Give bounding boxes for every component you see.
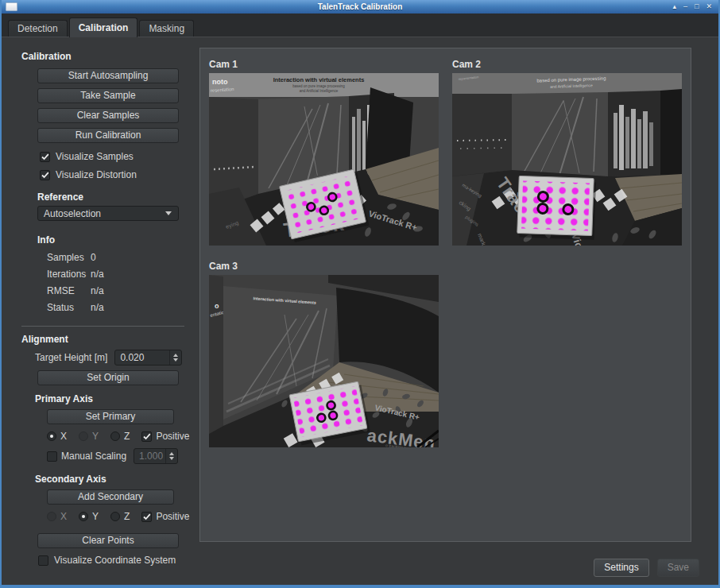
secondary-positive-checkbox[interactable] [141, 512, 152, 522]
titlebar[interactable]: TalenTrack Calibration ▴ – □ ✕ [2, 0, 718, 14]
manual-scaling-spinbox[interactable]: 1.000 [134, 448, 178, 464]
visualize-distortion-checkbox[interactable]: Visualize Distortion [40, 169, 199, 180]
manual-scaling-label: Manual Scaling [61, 451, 126, 462]
clear-samples-button[interactable]: Clear Samples [37, 108, 179, 123]
visualize-samples-label: Visualize Samples [56, 151, 134, 162]
primary-axis-options: X Y Z Positive [47, 431, 199, 442]
secondary-axis-heading: Secondary Axis [35, 474, 199, 485]
close-icon[interactable]: ✕ [706, 3, 712, 10]
tab-bar: Detection Calibration Masking [2, 14, 718, 37]
tab-detection[interactable]: Detection [8, 20, 68, 37]
manual-scaling-row: Manual Scaling 1.000 [47, 448, 199, 464]
secondary-x-radio[interactable] [47, 512, 56, 521]
primary-y-radio[interactable] [79, 431, 88, 441]
target-height-spinbox[interactable]: 0.020 [114, 350, 182, 366]
run-calibration-button[interactable]: Run Calibration [37, 128, 179, 143]
cam2-image[interactable]: based on pure image processing and Artif… [452, 73, 682, 246]
primary-x-label: X [60, 431, 67, 442]
spin-up-icon[interactable] [169, 452, 174, 455]
target-height-value: 0.020 [115, 350, 169, 365]
cam2-block: Cam 2 based on pure image processing and… [452, 59, 682, 246]
secondary-y-radio[interactable] [79, 512, 88, 521]
secondary-positive-label: Positive [156, 511, 189, 522]
clear-points-button[interactable]: Clear Points [37, 533, 179, 548]
visualize-cs-label: Visualize Coordinate System [54, 555, 176, 566]
maximize-icon[interactable]: □ [695, 3, 699, 10]
footer-bar: Settings Save [594, 559, 699, 577]
checkbox-checked-icon [40, 170, 50, 180]
minimize-icon[interactable]: – [683, 3, 687, 10]
info-heading: Info [37, 234, 199, 246]
info-row-iterations: Iterations n/a [47, 269, 199, 280]
primary-z-radio[interactable] [110, 431, 120, 441]
cam1-label: Cam 1 [209, 59, 439, 70]
reference-heading: Reference [37, 191, 199, 203]
section-divider [21, 326, 184, 327]
primary-positive-checkbox[interactable] [141, 431, 152, 442]
info-label: RMSE [47, 285, 91, 296]
checkbox-unchecked-icon [38, 555, 48, 566]
primary-y-label: Y [92, 431, 99, 442]
info-value: n/a [91, 302, 104, 313]
take-sample-button[interactable]: Take Sample [37, 88, 179, 103]
info-row-samples: Samples 0 [47, 252, 199, 263]
secondary-z-label: Z [124, 511, 130, 522]
manual-scaling-checkbox[interactable] [47, 451, 57, 462]
info-label: Samples [47, 252, 91, 263]
manual-scaling-value: 1.000 [134, 449, 165, 463]
tab-masking[interactable]: Masking [139, 20, 194, 37]
calibration-heading: Calibration [21, 51, 199, 62]
alignment-heading: Alignment [21, 334, 199, 345]
corner-text: o [215, 302, 219, 310]
secondary-x-label: X [60, 511, 67, 522]
primary-axis-heading: Primary Axis [35, 393, 199, 404]
secondary-z-radio[interactable] [110, 512, 120, 521]
primary-positive-label: Positive [156, 431, 189, 442]
set-origin-button[interactable]: Set Origin [37, 370, 179, 385]
add-secondary-button[interactable]: Add Secondary [47, 489, 174, 505]
tab-calibration[interactable]: Calibration [69, 17, 138, 37]
secondary-y-label: Y [92, 511, 99, 522]
info-label: Status [47, 302, 91, 313]
visualize-samples-checkbox[interactable]: Visualize Samples [40, 151, 199, 162]
target-height-label: Target Height [m] [35, 352, 107, 363]
calibration-target-board [517, 176, 597, 239]
screen-sub1-text: based on pure image processing [292, 84, 345, 88]
set-primary-button[interactable]: Set Primary [47, 409, 174, 424]
info-value: 0 [91, 252, 96, 263]
corner-text: noto [212, 78, 228, 86]
calibration-sidebar: Calibration Start Autosampling Take Samp… [2, 37, 199, 546]
spin-down-icon[interactable] [169, 457, 174, 460]
info-value: n/a [91, 285, 104, 296]
primary-x-radio[interactable] [47, 431, 56, 441]
visualize-distortion-label: Visualize Distortion [56, 169, 137, 180]
spin-up-icon[interactable] [173, 354, 178, 357]
checkbox-checked-icon [40, 152, 50, 162]
info-row-status: Status n/a [47, 302, 199, 313]
cam2-label: Cam 2 [452, 59, 682, 70]
chevron-down-icon [165, 211, 172, 215]
start-autosampling-button[interactable]: Start Autosampling [37, 68, 179, 83]
cam3-image[interactable]: o entation Interaction with virtual elem… [209, 275, 439, 447]
screen-title-text: Interaction with virtual elements [273, 76, 365, 83]
keep-above-icon[interactable]: ▴ [672, 3, 676, 10]
cam1-image[interactable]: Interaction with virtual elements based … [209, 73, 439, 246]
info-value: n/a [91, 269, 104, 280]
screen-sub2-text: and Artificial Intelligence [300, 89, 339, 93]
save-button[interactable]: Save [657, 559, 699, 577]
primary-z-label: Z [124, 431, 130, 442]
cam3-block: Cam 3 o entation Interaction with virtua… [209, 261, 439, 447]
spin-down-icon[interactable] [173, 358, 178, 362]
cam1-block: Cam 1 Interaction with virtual elements … [209, 59, 439, 246]
app-window: TalenTrack Calibration ▴ – □ ✕ Detection… [0, 0, 720, 588]
info-row-rmse: RMSE n/a [47, 285, 199, 296]
spinner-arrows[interactable] [169, 350, 181, 365]
reference-selected-value: Autoselection [38, 208, 165, 219]
window-title: TalenTrack Calibration [2, 2, 718, 11]
info-label: Iterations [47, 269, 91, 280]
spinner-arrows[interactable] [165, 449, 177, 463]
cam3-label: Cam 3 [209, 261, 439, 272]
visualize-cs-checkbox[interactable]: Visualize Coordinate System [38, 555, 199, 566]
reference-dropdown[interactable]: Autoselection [37, 206, 179, 221]
settings-button[interactable]: Settings [594, 559, 648, 577]
